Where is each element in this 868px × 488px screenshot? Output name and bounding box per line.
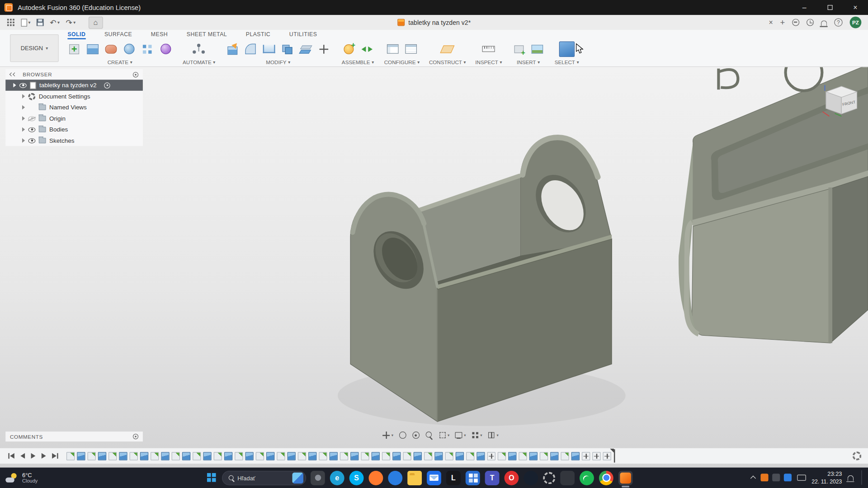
show-desktop-strip[interactable] [861, 470, 863, 485]
taskbar-app-skype[interactable]: S [349, 470, 364, 485]
group-dropdown-inspect[interactable]: INSPECT▾ [475, 59, 502, 65]
timeline-feature-sketch[interactable] [498, 452, 506, 460]
minimize-button[interactable]: – [792, 0, 817, 15]
zoom-tool[interactable] [425, 431, 433, 439]
taskbar-app-settings[interactable] [543, 472, 555, 484]
measure-icon[interactable] [481, 41, 496, 56]
timeline-feature-extrude[interactable] [182, 452, 190, 460]
comments-options-icon[interactable] [133, 434, 138, 439]
timeline-feature-move[interactable] [592, 452, 600, 460]
visibility-eye-icon[interactable] [28, 116, 35, 121]
timeline-feature-sketch[interactable] [256, 452, 264, 460]
shell-icon[interactable] [261, 41, 277, 56]
form-icon[interactable] [103, 41, 118, 56]
timeline-feature-extrude[interactable] [350, 452, 359, 460]
press-pull-icon[interactable] [225, 41, 240, 56]
timeline-feature-move[interactable] [603, 452, 611, 460]
timeline-feature-sketch[interactable] [424, 452, 432, 460]
taskbar-app-office[interactable] [466, 470, 480, 485]
timeline-play-button[interactable] [31, 453, 36, 459]
timeline-feature-extrude[interactable] [392, 452, 401, 460]
select-icon[interactable] [559, 41, 574, 56]
group-dropdown-modify[interactable]: MODIFY▾ [266, 59, 290, 65]
offset-face-icon[interactable] [298, 41, 313, 56]
expand-arrow-icon[interactable] [13, 83, 16, 88]
timeline-feature-sketch[interactable] [130, 452, 138, 460]
expand-arrow-icon[interactable] [22, 138, 25, 143]
grid-snaps-tool[interactable]: ▾ [471, 431, 482, 439]
visibility-eye-icon[interactable] [19, 83, 27, 88]
taskbar-app-fusion-360[interactable] [618, 470, 633, 485]
timeline-feature-extrude[interactable] [245, 452, 253, 460]
create-sketch-icon[interactable] [66, 41, 82, 56]
taskbar-app-firefox[interactable] [369, 470, 383, 485]
timeline-feature-sketch[interactable] [298, 452, 306, 460]
timeline-feature-sketch[interactable] [235, 452, 243, 460]
visibility-eye-icon[interactable] [28, 127, 35, 132]
timeline-feature-extrude[interactable] [308, 452, 316, 460]
document-tab[interactable]: tabletky na tyzden v2* [0, 15, 868, 30]
workspace-selector[interactable]: DESIGN ▾ [10, 34, 59, 62]
hidden-icons-chevron-icon[interactable] [750, 476, 756, 481]
taskbar-search[interactable]: Hľadať [222, 470, 306, 485]
expand-arrow-icon[interactable] [22, 105, 25, 110]
taskbar-clock[interactable]: 23:23 22. 11. 2023 [811, 470, 842, 485]
save-button[interactable] [35, 18, 45, 27]
browser-item-bodies[interactable]: Bodies [5, 124, 143, 135]
pan-tool[interactable]: ▾ [382, 431, 393, 439]
timeline-feature-move[interactable] [582, 452, 590, 460]
timeline-feature-sketch[interactable] [108, 452, 117, 460]
timeline-feature-sketch[interactable] [519, 452, 527, 460]
insert-derive-icon[interactable] [511, 41, 527, 56]
panel-options-icon[interactable] [133, 72, 138, 77]
ribbon-tab-mesh[interactable]: MESH [151, 31, 168, 39]
new-component-icon[interactable] [341, 41, 356, 56]
group-dropdown-configure[interactable]: CONFIGURE▾ [384, 59, 420, 65]
timeline-feature-sketch[interactable] [561, 452, 569, 460]
timeline-feature-move[interactable] [487, 452, 495, 460]
browser-item-named-views[interactable]: Named Views [5, 102, 143, 113]
browser-item-root-document[interactable]: tabletky na tyzden v2 [5, 80, 143, 90]
expand-arrow-icon[interactable] [22, 127, 25, 132]
timeline-feature-extrude[interactable] [77, 452, 85, 460]
group-dropdown-insert[interactable]: INSERT▾ [517, 59, 540, 65]
configuration-table-icon[interactable] [403, 41, 419, 56]
zoom-window-tool[interactable]: ▾ [438, 431, 449, 439]
timeline-feature-sketch[interactable] [319, 452, 327, 460]
primitive-box-icon[interactable] [85, 41, 100, 56]
group-dropdown-select[interactable]: SELECT▾ [555, 59, 579, 65]
sphere-form-icon[interactable] [158, 41, 173, 56]
close-tab-icon[interactable]: × [769, 19, 773, 26]
timeline-feature-extrude[interactable] [98, 452, 106, 460]
timeline-feature-extrude[interactable] [414, 452, 422, 460]
taskbar-app-teams[interactable]: T [485, 470, 500, 485]
extensions-icon[interactable] [792, 19, 799, 26]
timeline-feature-extrude[interactable] [456, 452, 464, 460]
pattern-icon[interactable] [140, 41, 155, 56]
timeline-feature-extrude[interactable] [288, 452, 296, 460]
expand-arrow-icon[interactable] [22, 94, 25, 99]
touch-keyboard-icon[interactable] [797, 475, 806, 481]
group-dropdown-create[interactable]: CREATE▾ [108, 59, 132, 65]
timeline-settings-gear-icon[interactable] [853, 451, 862, 460]
taskbar-app-camera[interactable] [311, 470, 325, 485]
timeline-position-marker[interactable] [614, 449, 615, 462]
help-icon[interactable]: ? [834, 18, 842, 26]
timeline-feature-extrude[interactable] [550, 452, 558, 460]
ribbon-tab-utilities[interactable]: UTILITIES [289, 31, 317, 39]
timeline-feature-extrude[interactable] [119, 452, 127, 460]
timeline-feature-extrude[interactable] [529, 452, 538, 460]
timeline-feature-sketch[interactable] [540, 452, 548, 460]
timeline-go-to-end-button[interactable] [52, 453, 58, 459]
taskbar-weather-widget[interactable]: 6°C Cloudy [0, 471, 38, 484]
user-avatar[interactable]: PZ [850, 17, 862, 28]
activate-component-icon[interactable] [104, 82, 110, 88]
maximize-button[interactable] [817, 0, 842, 15]
fillet-icon[interactable] [243, 41, 258, 56]
browser-item-document-settings[interactable]: Document Settings [5, 91, 143, 102]
construct-plane-icon[interactable] [440, 41, 455, 56]
visibility-eye-icon[interactable] [28, 138, 35, 143]
ribbon-tab-surface[interactable]: SURFACE [104, 31, 132, 39]
look-at-tool[interactable] [411, 431, 420, 439]
taskbar-app-chrome[interactable] [599, 470, 613, 485]
